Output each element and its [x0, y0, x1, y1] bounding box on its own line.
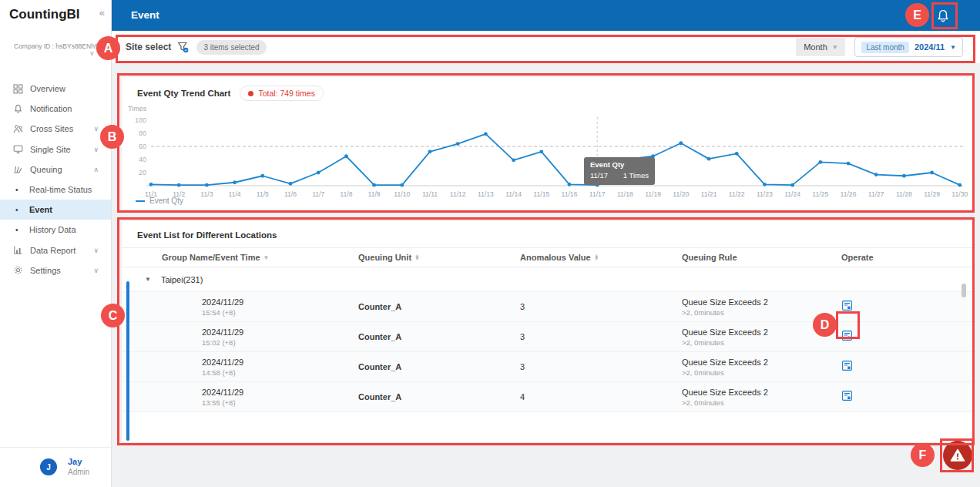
warning-triangle-icon — [949, 448, 966, 463]
sidebar-item-real-time-status[interactable]: •Real-time Status — [0, 180, 111, 200]
svg-text:100: 100 — [135, 116, 146, 124]
col-group-name[interactable]: Group Name/Event Time▼ — [162, 253, 358, 262]
svg-text:11/19: 11/19 — [645, 190, 661, 198]
svg-text:11/26: 11/26 — [841, 190, 857, 198]
sidebar: CountingBI « Company ID : hsBYs88ENh9S ∨… — [0, 0, 112, 487]
queuing-unit-cell: Counter_A — [358, 362, 520, 371]
svg-text:11/28: 11/28 — [896, 190, 912, 198]
svg-text:11/4: 11/4 — [229, 190, 241, 198]
bell-icon — [13, 103, 24, 114]
svg-text:11/5: 11/5 — [257, 190, 269, 198]
sidebar-item-notification[interactable]: Notification — [0, 99, 111, 119]
grid-icon — [13, 83, 24, 94]
sidebar-collapse-icon[interactable]: « — [99, 7, 105, 18]
svg-text:11/3: 11/3 — [200, 190, 213, 198]
svg-text:11/25: 11/25 — [812, 190, 828, 198]
queuing-rule-cell: Queue Size Exceeds 2>2, 0minutes — [682, 327, 841, 347]
sidebar-item-label: Single Site — [30, 145, 71, 154]
user-name: Jay — [68, 457, 82, 466]
avatar: J — [40, 458, 57, 475]
annotation-letter-f: F — [911, 443, 935, 467]
svg-text:11/18: 11/18 — [617, 190, 633, 198]
sidebar-item-overview[interactable]: Overview — [0, 79, 111, 99]
tooltip-series: Event Qty — [590, 160, 649, 169]
top-header-bar: Event — [112, 0, 980, 31]
svg-text:11/15: 11/15 — [533, 190, 549, 198]
anomalous-value-cell: 3 — [520, 332, 682, 341]
total-badge-label: Total: 749 times — [258, 89, 315, 98]
sort-icon: ▲▼ — [594, 254, 599, 261]
view-detail-icon[interactable] — [841, 330, 855, 344]
queue-icon — [13, 164, 24, 175]
legend-line-icon — [136, 200, 145, 202]
sidebar-item-data-report[interactable]: Data Report∨ — [0, 240, 111, 260]
alert-fab-button[interactable] — [943, 441, 972, 470]
trend-chart[interactable]: 2040608010011/111/211/311/411/511/611/71… — [129, 113, 971, 199]
gear-icon — [13, 265, 24, 276]
sidebar-item-event[interactable]: •Event — [0, 200, 111, 220]
app-logo: CountingBI — [0, 0, 111, 22]
chevron-up-icon: ∧ — [93, 166, 99, 173]
view-detail-icon[interactable] — [841, 300, 855, 314]
chevron-down-icon: ∨ — [93, 247, 99, 254]
sidebar-item-single-site[interactable]: Single Site∨ — [0, 139, 111, 160]
chevron-down-icon: ∨ — [93, 146, 99, 153]
site-icon — [13, 144, 24, 155]
col-anomalous-value[interactable]: Anomalous Value▲▼ — [520, 253, 682, 262]
company-chevron-down-icon[interactable]: ∨ — [89, 49, 95, 57]
queuing-unit-cell: Counter_A — [358, 392, 520, 401]
sidebar-item-settings[interactable]: Settings∨ — [0, 260, 111, 280]
sort-icon: ▲▼ — [414, 254, 420, 261]
svg-text:11/13: 11/13 — [478, 190, 494, 198]
table-left-scroll-indicator[interactable] — [126, 281, 129, 441]
queuing-unit-cell: Counter_A — [358, 332, 520, 341]
col-queuing-unit[interactable]: Queuing Unit▲▼ — [358, 253, 520, 262]
filter-funnel-icon[interactable] — [177, 42, 189, 53]
group-row-taipei[interactable]: ▼ Taipei(231) — [122, 267, 975, 292]
sidebar-item-label: Cross Sites — [30, 124, 73, 133]
table-header-row: Group Name/Event Time▼ Queuing Unit▲▼ An… — [122, 247, 975, 267]
group-label: Taipei(231) — [161, 275, 203, 284]
bullet-icon: • — [15, 186, 18, 194]
svg-text:60: 60 — [139, 143, 146, 150]
notification-bell-icon[interactable] — [935, 8, 951, 24]
group-expand-caret-icon[interactable]: ▼ — [145, 276, 151, 283]
svg-text:11/30: 11/30 — [951, 190, 968, 198]
period-dropdown[interactable]: Month ▼ — [796, 38, 845, 56]
sidebar-item-history-data[interactable]: •History Data — [0, 220, 111, 240]
queuing-rule-cell: Queue Size Exceeds 2>2, 0minutes — [682, 388, 841, 407]
view-detail-icon[interactable] — [841, 390, 855, 404]
site-select-bar: Site select 3 items selected Month ▼ Las… — [112, 31, 980, 63]
svg-text:11/17: 11/17 — [589, 190, 606, 198]
svg-text:20: 20 — [139, 169, 146, 176]
sidebar-item-queuing[interactable]: Queuing∧ — [0, 160, 111, 180]
table-scrollbar-thumb[interactable] — [962, 284, 966, 297]
y-axis-unit-label: Times — [128, 105, 146, 113]
sidebar-item-cross-sites[interactable]: Cross Sites∨ — [0, 119, 111, 139]
svg-text:11/16: 11/16 — [562, 190, 578, 198]
chevron-down-icon: ∨ — [93, 267, 99, 274]
date-range-dropdown[interactable]: Last month 2024/11 ▼ — [854, 37, 963, 57]
svg-text:11/11: 11/11 — [422, 190, 438, 198]
chart-tooltip: Event Qty 11/17 1 Times — [584, 157, 655, 185]
queuing-unit-cell: Counter_A — [358, 302, 520, 311]
svg-text:11/7: 11/7 — [312, 190, 324, 198]
svg-text:11/10: 11/10 — [394, 190, 410, 198]
view-detail-icon[interactable] — [841, 360, 855, 374]
sidebar-item-label: Data Report — [30, 246, 76, 255]
svg-text:11/12: 11/12 — [450, 190, 466, 198]
svg-text:11/21: 11/21 — [701, 190, 717, 198]
page-title: Event — [131, 9, 159, 21]
chart-legend[interactable]: Event Qty — [136, 196, 183, 205]
company-id-label: Company ID : hsBYs88ENh9S — [0, 22, 111, 50]
sidebar-item-label: History Data — [29, 225, 76, 234]
table-row: 2024/11/2914:58 (+8)Counter_A3Queue Size… — [122, 352, 975, 382]
items-selected-badge: 3 items selected — [196, 40, 266, 55]
sidebar-item-label: Overview — [30, 84, 65, 93]
sort-down-icon: ▼ — [263, 254, 270, 261]
svg-text:11/6: 11/6 — [284, 190, 297, 198]
table-row: 2024/11/2915:54 (+8)Counter_A3Queue Size… — [122, 292, 975, 322]
chevron-down-icon: ▼ — [832, 44, 838, 51]
sidebar-nav: OverviewNotificationCross Sites∨Single S… — [0, 79, 111, 280]
user-box[interactable]: J Jay Admin — [0, 447, 111, 487]
